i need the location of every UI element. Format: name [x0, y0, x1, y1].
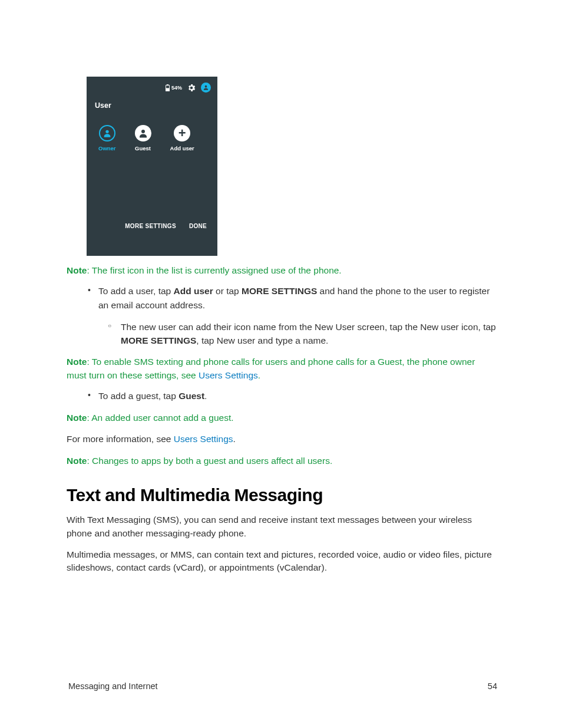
user-label: Guest — [135, 145, 151, 151]
svg-rect-1 — [167, 84, 169, 85]
footer-page-number: 54 — [488, 681, 497, 691]
phone-screenshot: 54% User Owner Guest + Add user MORE SET… — [87, 77, 217, 256]
gear-icon — [187, 83, 196, 93]
svg-rect-2 — [166, 85, 169, 88]
phone-done-button: DONE — [189, 223, 207, 229]
users-settings-link[interactable]: Users Settings — [199, 370, 258, 380]
section-para-2: Multimedia messages, or MMS, can contain… — [67, 548, 497, 575]
phone-more-settings-button: MORE SETTINGS — [125, 223, 176, 229]
add-user-icon: + — [174, 125, 190, 141]
user-item-guest: Guest — [135, 125, 151, 151]
sub-bullet-new-user: The new user can add their icon name fro… — [121, 320, 497, 348]
user-item-add: + Add user — [170, 125, 194, 151]
phone-user-row: Owner Guest + Add user — [87, 110, 217, 151]
svg-point-3 — [205, 85, 207, 88]
note-4: Note: Changes to apps by both a guest an… — [67, 454, 497, 467]
section-heading: Text and Multimedia Messaging — [67, 485, 497, 505]
note-1: Note: The first icon in the list is curr… — [67, 264, 497, 277]
user-label: Owner — [98, 145, 116, 151]
phone-panel-title: User — [87, 93, 217, 110]
svg-point-4 — [105, 130, 108, 133]
note-3: Note: An added user cannot add a guest. — [67, 411, 497, 424]
user-label: Add user — [170, 145, 194, 151]
bullet-add-user: To add a user, tap Add user or tap MORE … — [98, 284, 497, 347]
owner-avatar-icon — [99, 125, 115, 141]
bullet-add-guest: To add a guest, tap Guest. — [98, 389, 497, 403]
person-icon — [203, 84, 209, 91]
user-item-owner: Owner — [98, 125, 116, 151]
battery-icon — [166, 84, 170, 91]
para-more-info: For more information, see Users Settings… — [67, 433, 497, 446]
phone-status-bar: 54% — [87, 77, 217, 93]
guest-avatar-icon — [135, 125, 151, 141]
section-para-1: With Text Messaging (SMS), you can send … — [67, 513, 497, 540]
battery-percent: 54% — [171, 85, 182, 91]
user-avatar-icon — [201, 83, 211, 93]
battery-indicator: 54% — [166, 84, 182, 91]
footer-chapter: Messaging and Internet — [68, 681, 158, 691]
note-2: Note: To enable SMS texting and phone ca… — [67, 355, 497, 382]
svg-point-5 — [141, 130, 145, 133]
users-settings-link-2[interactable]: Users Settings — [174, 434, 233, 444]
